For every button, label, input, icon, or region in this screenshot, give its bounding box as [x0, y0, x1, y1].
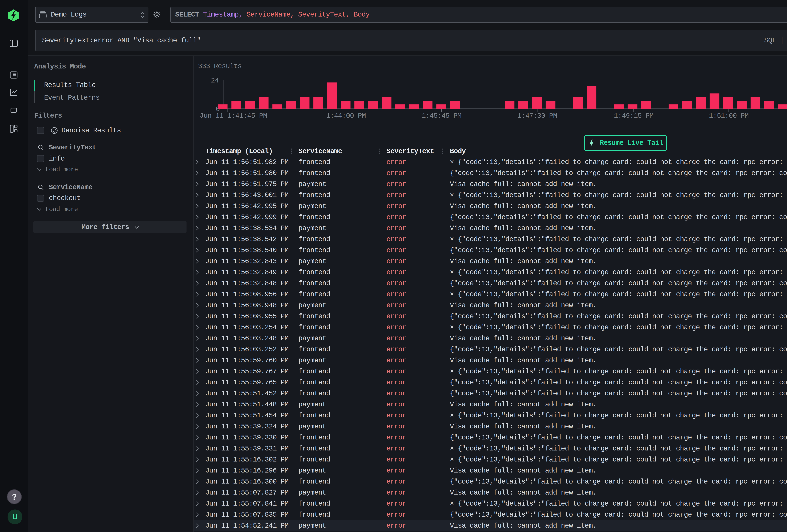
svg-text:1:51:00 PM: 1:51:00 PM [709, 112, 749, 120]
svg-text:Jun 11 1:41:45 PM: Jun 11 1:41:45 PM [199, 112, 267, 120]
svg-text:24: 24 [211, 77, 219, 85]
svg-text:1:47:30 PM: 1:47:30 PM [517, 112, 557, 120]
svg-text:1:44:00 PM: 1:44:00 PM [326, 112, 366, 120]
svg-text:1:49:15 PM: 1:49:15 PM [614, 112, 654, 120]
svg-text:1:45:45 PM: 1:45:45 PM [422, 112, 461, 120]
